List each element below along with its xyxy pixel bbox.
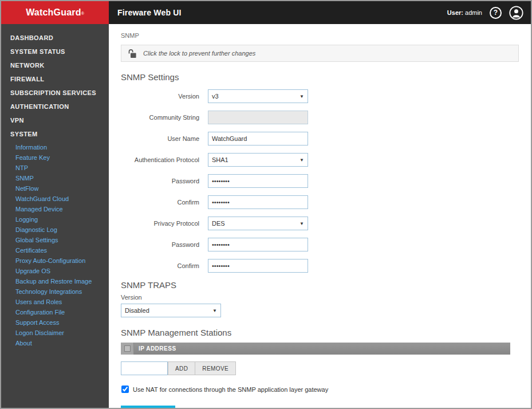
app-window: WatchGuard® Fireware Web UI User: admin … — [0, 0, 532, 409]
privacy-protocol-select[interactable]: DES ▼ — [208, 217, 308, 230]
watchguard-logo-text: WatchGuard — [26, 7, 81, 18]
station-ip-input[interactable] — [121, 361, 168, 375]
sidebar-item-watchguard-cloud[interactable]: WatchGuard Cloud — [1, 194, 109, 204]
sidebar-item-support-access[interactable]: Support Access — [1, 317, 109, 328]
privacy-password-label: Password — [121, 241, 199, 248]
logged-in-user: User: admin — [447, 9, 482, 16]
sidebar-nav: DASHBOARD SYSTEM STATUS NETWORK FIREWALL… — [1, 24, 109, 408]
system-submenu: Information Feature Key NTP SNMP NetFlow… — [1, 142, 109, 348]
top-header: WatchGuard® Fireware Web UI User: admin … — [1, 1, 531, 24]
privacy-password-row: Password — [121, 238, 519, 251]
nat-checkbox-label: Use NAT for connections through the SNMP… — [133, 386, 328, 393]
sidebar-item-vpn[interactable]: VPN — [1, 113, 109, 127]
sidebar-item-system-status[interactable]: SYSTEM STATUS — [1, 45, 109, 58]
sidebar-item-about[interactable]: About — [1, 338, 109, 348]
sidebar-item-global-settings[interactable]: Global Settings — [1, 235, 109, 245]
trap-version-select[interactable]: Disabled ▼ — [121, 304, 221, 317]
add-button[interactable]: ADD — [168, 361, 195, 375]
sidebar-item-users-and-roles[interactable]: Users and Roles — [1, 297, 109, 307]
privacy-confirm-input[interactable] — [208, 259, 308, 273]
ip-address-column-header: IP ADDRESS — [134, 343, 510, 355]
person-icon — [509, 6, 523, 20]
authentication-protocol-row: Authentication Protocol SHA1 ▼ — [121, 153, 519, 167]
user-name-input[interactable] — [208, 132, 308, 145]
app-title: Fireware Web UI — [117, 8, 182, 17]
management-stations-section: SNMP Management Stations IP ADDRESS ADD … — [121, 328, 519, 393]
lock-banner-text: Click the lock to prevent further change… — [143, 50, 255, 57]
sidebar-item-diagnostic-log[interactable]: Diagnostic Log — [1, 225, 109, 235]
community-string-label: Community String — [121, 114, 199, 121]
sidebar-item-configuration-file[interactable]: Configuration File — [1, 307, 109, 317]
help-icon[interactable]: ? — [490, 7, 502, 19]
privacy-confirm-row: Confirm — [121, 259, 519, 273]
sidebar-item-authentication[interactable]: AUTHENTICATION — [1, 100, 109, 113]
snmp-traps-title: SNMP TRAPS — [121, 280, 519, 290]
remove-button[interactable]: REMOVE — [195, 361, 236, 375]
sidebar-item-logon-disclaimer[interactable]: Logon Disclaimer — [1, 328, 109, 338]
main-content: SNMP Click the lock to prevent further c… — [109, 24, 531, 408]
authentication-protocol-value: SHA1 — [212, 156, 228, 163]
registered-mark: ® — [81, 11, 84, 15]
nat-checkbox[interactable] — [121, 386, 129, 393]
sidebar-item-certificates[interactable]: Certificates — [1, 245, 109, 255]
breadcrumb: SNMP — [121, 32, 519, 39]
version-select-value: v3 — [212, 93, 219, 100]
lock-banner: Click the lock to prevent further change… — [121, 45, 519, 62]
authentication-protocol-select[interactable]: SHA1 ▼ — [208, 153, 308, 167]
chevron-down-icon: ▼ — [212, 308, 217, 313]
sidebar-item-netflow[interactable]: NetFlow — [1, 183, 109, 194]
sidebar-item-subscription-services[interactable]: SUBSCRIPTION SERVICES — [1, 86, 109, 100]
sidebar-item-system[interactable]: SYSTEM — [1, 127, 109, 141]
trap-version-value: Disabled — [125, 307, 149, 314]
sidebar-item-technology-integrations[interactable]: Technology Integrations — [1, 286, 109, 297]
watchguard-logo[interactable]: WatchGuard® — [1, 1, 109, 24]
trap-version-label: Version — [121, 294, 519, 301]
sidebar-item-managed-device[interactable]: Managed Device — [1, 204, 109, 214]
chevron-down-icon: ▼ — [300, 158, 304, 163]
help-glyph: ? — [494, 9, 498, 17]
auth-confirm-label: Confirm — [121, 199, 199, 206]
sidebar-item-proxy-auto-configuration[interactable]: Proxy Auto-Configuration — [1, 255, 109, 266]
header-actions: User: admin ? — [447, 6, 531, 20]
sidebar-item-information[interactable]: Information — [1, 142, 109, 152]
auth-password-label: Password — [121, 178, 199, 184]
select-all-checkbox[interactable] — [121, 343, 134, 355]
user-name-label: User Name — [121, 135, 199, 142]
sidebar-item-firewall[interactable]: FIREWALL — [1, 72, 109, 86]
sidebar-item-dashboard[interactable]: DASHBOARD — [1, 31, 109, 45]
snmp-traps-section: SNMP TRAPS Version Disabled ▼ — [121, 280, 519, 317]
save-button[interactable]: SAVE — [121, 406, 175, 408]
user-name: admin — [465, 9, 482, 16]
privacy-protocol-row: Privacy Protocol DES ▼ — [121, 217, 519, 230]
version-label: Version — [121, 93, 199, 100]
version-select[interactable]: v3 ▼ — [208, 89, 308, 103]
sidebar-item-logging[interactable]: Logging — [1, 214, 109, 225]
chevron-down-icon: ▼ — [300, 94, 304, 99]
station-add-row: ADD REMOVE — [121, 361, 519, 375]
nat-checkbox-row: Use NAT for connections through the SNMP… — [121, 386, 519, 393]
management-stations-title: SNMP Management Stations — [121, 328, 519, 337]
auth-confirm-row: Confirm — [121, 195, 519, 209]
sidebar-item-feature-key[interactable]: Feature Key — [1, 152, 109, 163]
snmp-settings-title: SNMP Settings — [121, 72, 519, 82]
community-string-row: Community String — [121, 111, 519, 124]
privacy-password-input[interactable] — [208, 238, 308, 251]
community-string-input — [208, 111, 308, 124]
sidebar-item-snmp[interactable]: SNMP — [1, 173, 109, 183]
sidebar-item-backup-and-restore-image[interactable]: Backup and Restore Image — [1, 276, 109, 286]
stations-table-header: IP ADDRESS — [121, 343, 510, 355]
user-label: User: — [447, 9, 463, 16]
unlock-icon[interactable] — [127, 49, 137, 58]
sidebar-item-network[interactable]: NETWORK — [1, 58, 109, 72]
privacy-protocol-label: Privacy Protocol — [121, 220, 199, 227]
auth-confirm-input[interactable] — [208, 195, 308, 209]
auth-password-input[interactable] — [208, 174, 308, 188]
auth-password-row: Password — [121, 174, 519, 188]
checkbox-glyph — [124, 345, 131, 352]
chevron-down-icon: ▼ — [300, 221, 304, 226]
user-name-row: User Name — [121, 132, 519, 145]
sidebar-item-ntp[interactable]: NTP — [1, 163, 109, 173]
privacy-confirm-label: Confirm — [121, 262, 199, 269]
sidebar-item-upgrade-os[interactable]: Upgrade OS — [1, 266, 109, 276]
user-account-icon[interactable] — [509, 6, 523, 20]
